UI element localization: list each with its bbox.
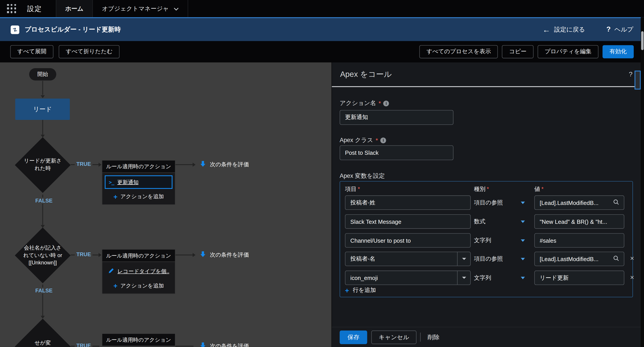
panel-footer: 保存 キャンセル 削除 (332, 327, 641, 347)
required-asterisk: * (542, 186, 544, 193)
action-item-record-type[interactable]: レコードタイプを個... (105, 264, 172, 278)
down-arrow-icon (200, 160, 206, 168)
type-picklist[interactable]: 文字列 (474, 233, 526, 248)
tab-home[interactable]: ホーム (56, 0, 92, 17)
field-name-input[interactable]: Channel/User to post to (345, 233, 471, 248)
edit-properties-button[interactable]: プロパティを編集 (538, 45, 598, 58)
back-to-setup-label: 設定に戻る (554, 26, 585, 34)
criteria-node-1[interactable] (15, 137, 70, 193)
remove-row-icon[interactable]: × (628, 255, 637, 263)
toolbar-left-group: すべて展開 すべて折りたたむ (10, 45, 120, 58)
field-name-input[interactable]: Slack Text Message (345, 214, 471, 229)
picklist-arrow-icon (521, 220, 525, 223)
picklist-arrow-icon (521, 201, 525, 204)
help-link[interactable]: ? ヘルプ (606, 26, 633, 34)
connector-line (42, 81, 43, 95)
required-asterisk: * (358, 186, 360, 193)
start-node[interactable]: 開始 (29, 68, 56, 80)
toolbar-right-group: すべてのプロセスを表示 コピー プロパティを編集 有効化 (420, 45, 634, 58)
action-group-2-header: ルール適用時のアクション (102, 250, 175, 262)
copy-button[interactable]: コピー (502, 45, 534, 58)
arrowhead (98, 162, 102, 166)
apex-class-label: Apex クラス* i (340, 136, 386, 144)
action-group-1-header: ルール適用時のアクション (102, 160, 175, 173)
value-input[interactable]: リード更新 (534, 271, 624, 285)
type-picklist[interactable]: 項目の参照 (474, 252, 526, 266)
expand-all-button[interactable]: すべて展開 (10, 45, 53, 58)
flow-canvas: 開始 リード リードが更新さ れた時 TRUE ルール適用時のアクション >_ … (0, 62, 332, 347)
page-scrollbar-thumb[interactable] (641, 31, 644, 50)
collapse-all-button[interactable]: すべて折りたたむ (59, 45, 120, 58)
column-header-text: 種別 (474, 186, 486, 193)
evaluate-next-link-1[interactable]: 次の条件を評価 (200, 160, 249, 168)
add-action-link-2[interactable]: + アクションを追加 (102, 279, 175, 292)
action-item-update-notice[interactable]: >_ 更新通知 (105, 176, 172, 189)
app-stage: 設定 ホーム オブジェクトマネージャ プロセスビルダー - リード更新時 ← 設… (0, 0, 644, 347)
type-picklist[interactable]: 数式 (474, 214, 526, 229)
add-action-link-1[interactable]: + アクションを追加 (102, 190, 175, 203)
global-nav-bar: 設定 ホーム オブジェクトマネージャ (0, 0, 644, 17)
chevron-down-icon[interactable] (174, 5, 179, 12)
value-input[interactable]: #sales (534, 233, 624, 248)
combobox-dropdown-button[interactable] (457, 252, 470, 266)
arrowhead (98, 253, 102, 257)
add-row-link[interactable]: + 行を追加 (345, 286, 376, 294)
search-icon (613, 255, 619, 262)
plus-icon: + (114, 282, 118, 289)
combobox-dropdown-button[interactable] (457, 271, 470, 285)
remove-row-icon[interactable]: × (628, 274, 637, 282)
down-arrow-icon (200, 251, 206, 259)
criteria-node-2[interactable] (15, 228, 70, 283)
search-icon (613, 199, 619, 206)
type-value: 文字列 (474, 237, 491, 244)
field-text: 投稿者-名 (350, 255, 375, 262)
column-header-field: 項目* (345, 186, 360, 193)
plus-icon: + (114, 193, 118, 200)
field-name-combobox[interactable]: 投稿者-名 (345, 252, 471, 266)
down-arrow-icon (200, 342, 206, 347)
true-label-3: TRUE (75, 342, 92, 347)
cancel-button[interactable]: キャンセル (371, 330, 416, 344)
evaluate-next-label: 次の条件を評価 (210, 342, 249, 347)
info-icon[interactable]: i (383, 100, 389, 106)
save-button[interactable]: 保存 (340, 330, 367, 344)
process-builder-icon (11, 25, 19, 34)
delete-button[interactable]: 削除 (420, 332, 440, 342)
value-lookup-input[interactable]: [Lead].LastModifiedB... (534, 252, 624, 266)
evaluate-next-link-3[interactable]: 次の条件を評価 (200, 342, 249, 347)
add-action-label: アクションを追加 (120, 193, 164, 200)
value-text: [Lead].LastModifiedB... (540, 256, 598, 262)
variable-row: Slack Text Message 数式 "New Lead" & BR() … (340, 214, 632, 229)
action-name-label: アクション名* i (340, 100, 389, 107)
required-asterisk: * (379, 100, 381, 106)
field-name-combobox[interactable]: icon_emoji (345, 271, 471, 285)
action-name-input[interactable]: 更新通知 (340, 110, 454, 125)
evaluate-next-link-2[interactable]: 次の条件を評価 (200, 251, 249, 259)
action-group-2: ルール適用時のアクション レコードタイプを個... + アクションを追加 (102, 249, 176, 294)
apex-variables-table: 項目* 種別* 値* 投稿者-姓 項目の参照 [Lead].LastModifi… (340, 181, 633, 297)
view-all-processes-button[interactable]: すべてのプロセスを表示 (420, 45, 498, 58)
panel-scrollbar-thumb[interactable] (634, 70, 641, 90)
value-input[interactable]: "New Lead" & BR() & "ht... (534, 214, 624, 229)
criteria-node-3[interactable] (15, 318, 70, 347)
panel-help-icon[interactable]: ? (629, 70, 632, 78)
arrowhead (41, 95, 45, 98)
nav-tabs: ホーム オブジェクトマネージャ (56, 0, 188, 17)
action-item-label: レコードタイプを個... (118, 268, 169, 275)
activate-button[interactable]: 有効化 (602, 45, 634, 58)
apex-class-input[interactable]: Post to Slack (340, 146, 454, 160)
apex-terminal-icon: >_ (109, 179, 114, 185)
back-to-setup-link[interactable]: ← 設定に戻る (542, 26, 585, 34)
help-icon: ? (606, 26, 611, 34)
type-picklist[interactable]: 項目の参照 (474, 195, 526, 210)
object-node-lead[interactable]: リード (15, 98, 70, 120)
action-group-1: ルール適用時のアクション >_ 更新通知 + アクションを追加 (102, 160, 176, 205)
field-name-input[interactable]: 投稿者-姓 (345, 195, 471, 210)
column-header-text: 値 (534, 186, 540, 193)
type-value: 項目の参照 (474, 199, 503, 206)
value-lookup-input[interactable]: [Lead].LastModifiedB... (534, 195, 624, 210)
type-picklist[interactable]: 文字列 (474, 271, 526, 285)
tab-object-manager[interactable]: オブジェクトマネージャ (92, 0, 188, 17)
app-launcher-icon[interactable] (7, 4, 16, 14)
info-icon[interactable]: i (380, 138, 386, 143)
